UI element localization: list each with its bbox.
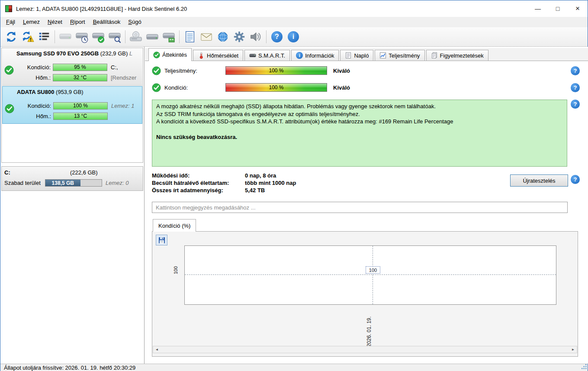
condition-value: 100 % [73,103,88,109]
scroll-right-arrow[interactable]: ► [569,346,577,353]
tab-label: Figyelmeztetések [440,52,484,59]
disk-search-button[interactable] [106,29,123,45]
temperature-label: Hőm.: [16,113,51,119]
retest-help-icon[interactable]: ? [571,175,580,184]
health-summary-box: A mozgó alkatrész nélküli meghajtó (SSD)… [152,100,567,167]
chart-plot-area: 100 [184,245,556,305]
partition-name: C: [4,169,70,176]
free-space-bar: 138,5 GB [45,179,102,187]
power-on-time-value: 0 nap, 8 óra [245,172,276,180]
window-title: Lemez: 1, ADATA SU800 [2L492911G8UE] - H… [16,6,187,12]
tab-label: Hőmérséklet [207,52,238,59]
menu-fajl[interactable]: Fájl [2,17,19,27]
close-button[interactable]: × [568,0,588,17]
documents-icon [431,52,438,59]
menu-lemez[interactable]: Lemez [19,17,44,27]
data-point-label: 100 [366,266,380,274]
disk-name: ADATA SU800 [17,89,54,95]
condition-help-icon[interactable]: ? [571,83,580,92]
summary-help-icon[interactable]: ? [571,100,580,109]
tab-smart[interactable]: S.M.A.R.T. [244,50,290,61]
tab-attekintes[interactable]: Áttekintés [148,48,192,61]
partition-size: (222,6 GB) [70,169,98,176]
disks-box: Samsung SSD 970 EVO 250GB (232,9 GB) L K… [1,48,143,163]
mail-button[interactable] [198,29,215,45]
chart-horizontal-scrollbar[interactable]: ◄ ► [153,346,577,353]
power-on-time-label: Működési idő: [152,172,245,180]
cdrom-button[interactable] [128,29,144,45]
menubar: Fájl Lemez Nézet Riport Beállítások Súgó [0,17,588,27]
disk-item-adata-su800[interactable]: ADATA SU800 (953,9 GB) Kondíció: 100 % L… [2,86,142,124]
tab-figyelmeztetesek[interactable]: Figyelmeztetések [426,50,488,61]
disk-note: [Rendszer [111,74,136,81]
toolbar-separator [125,30,125,43]
gear-button[interactable] [231,29,247,45]
help-button[interactable]: ? [269,29,285,45]
disk-button[interactable] [57,29,74,45]
condition-rating: Kiváló [333,84,350,91]
refresh-button[interactable] [3,29,19,45]
menu-nezet[interactable]: Nézet [44,17,66,27]
speaker-button[interactable] [247,29,264,45]
disk-drive-letter: C:, [111,64,118,71]
performance-help-icon[interactable]: ? [571,66,580,75]
remaining-lifetime-label: Becsült hátralévő élettartam: [152,180,245,187]
total-written-value: 5,42 TB [245,187,265,194]
minimize-button[interactable]: — [528,0,548,17]
disk-check-button[interactable] [90,29,106,45]
condition-value: 100 % [226,84,327,91]
app-window: Lemez: 1, ADATA SU800 [2L492911G8UE] - H… [0,0,588,371]
refresh-warning-button[interactable] [19,29,36,45]
health-summary-line: A mozgó alkatrész nélküli meghajtó (SSD)… [156,103,563,110]
menu-sugo[interactable]: Súgó [124,17,145,27]
tab-label: Napló [354,52,369,59]
menu-riport[interactable]: Riport [66,17,89,27]
resize-grip[interactable] [581,363,587,371]
disk-clock-button[interactable] [74,29,90,45]
condition-bar: 100 % [225,83,327,92]
condition-label: Kondíció: [16,103,51,109]
info-icon: i [288,31,299,42]
disk-list-sidebar: Samsung SSD 970 EVO 250GB (232,9 GB) L K… [0,47,145,364]
total-written-label: Összes írt adatmennyiség: [152,187,245,194]
scroll-left-arrow[interactable]: ◄ [153,346,161,353]
free-space-value: 138,5 GB [45,180,80,186]
performance-value: 100 % [226,67,327,74]
help-icon: ? [271,31,283,42]
comment-input[interactable] [152,202,568,213]
check-circle-icon [152,66,161,75]
tab-naplo[interactable]: Napló [340,50,373,61]
retest-button[interactable]: Újratesztelés [510,174,568,187]
x-axis-date-label: 2026. 01. 19. [366,307,372,347]
maximize-button[interactable]: □ [548,0,568,17]
menu-beallitasok[interactable]: Beállítások [89,17,125,27]
toolbar-separator [55,30,55,43]
tab-homerseklet[interactable]: Hőmérséklet [193,50,243,61]
temperature-value: 32 °C [74,74,87,81]
globe-disk-button[interactable] [215,29,231,45]
save-chart-button[interactable] [156,235,167,245]
disk-copy-button[interactable] [144,29,161,45]
thermometer-icon [198,52,205,59]
info-button[interactable]: i [285,29,302,45]
disk-size: (232,9 GB) [100,50,128,57]
disk-name: Samsung SSD 970 EVO 250GB [16,50,99,57]
condition-value: 95 % [74,64,86,70]
y-axis-tick: 100 [173,266,178,274]
tab-teljesitmeny[interactable]: Teljesítmény [375,50,424,61]
notes-button[interactable] [182,29,198,45]
disk-card-button[interactable] [161,29,177,45]
chart-tab-kondicio[interactable]: Kondíció (%) [153,219,196,232]
temperature-value: 13 °C [74,113,87,119]
tabstrip: Áttekintés Hőmérséklet S.M.A.R.T. i Info… [145,48,588,61]
report-button[interactable] [36,29,52,45]
app-logo-icon [5,5,13,13]
tab-informaciok[interactable]: i Információk [291,50,339,61]
tab-label: S.M.A.R.T. [258,52,285,59]
status-text: Állapot utoljára frissítve: 2026. 01. 19… [4,365,135,371]
partition-item-c[interactable]: C: (222,6 GB) Szabad terület 138,5 GB Le… [1,166,143,191]
health-summary-line: Az SSD TRIM funkciója támogatva és enged… [156,110,563,118]
toolbar-separator [266,30,267,43]
health-summary-line: A kondíciót a következő SSD-specifikus S… [156,118,563,126]
disk-item-samsung-ssd[interactable]: Samsung SSD 970 EVO 250GB (232,9 GB) L K… [2,48,142,86]
